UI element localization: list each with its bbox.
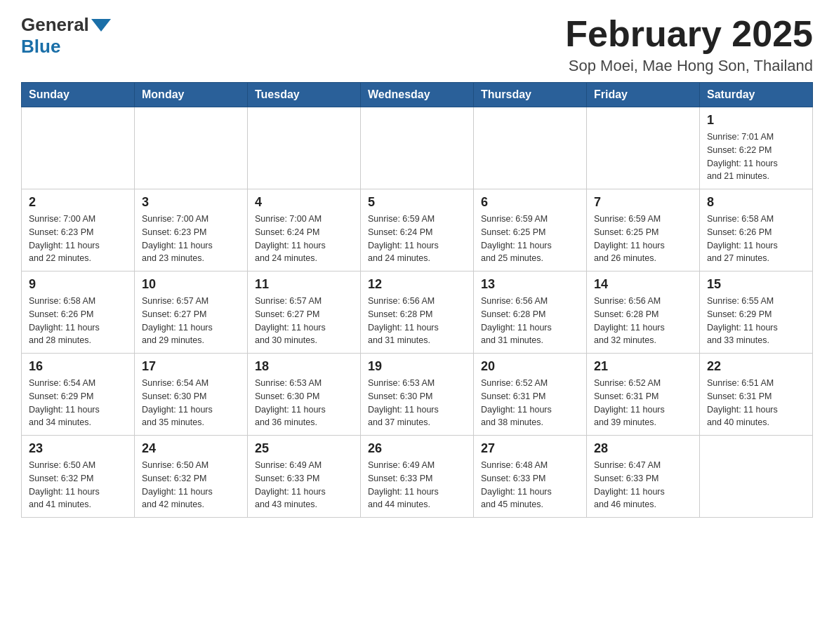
day-info: Sunrise: 6:49 AMSunset: 6:33 PMDaylight:…	[368, 459, 466, 511]
day-info: Sunrise: 6:48 AMSunset: 6:33 PMDaylight:…	[481, 459, 579, 511]
calendar-cell: 4Sunrise: 7:00 AMSunset: 6:24 PMDaylight…	[248, 189, 361, 271]
day-info: Sunrise: 6:54 AMSunset: 6:29 PMDaylight:…	[29, 377, 127, 429]
page-header: General Blue February 2025 Sop Moei, Mae…	[21, 14, 813, 75]
day-number: 6	[481, 195, 579, 210]
calendar-cell: 18Sunrise: 6:53 AMSunset: 6:30 PMDayligh…	[248, 354, 361, 436]
header-thursday: Thursday	[474, 83, 587, 107]
header-tuesday: Tuesday	[248, 83, 361, 107]
calendar-cell: 20Sunrise: 6:52 AMSunset: 6:31 PMDayligh…	[474, 354, 587, 436]
day-number: 26	[368, 441, 466, 456]
location-subtitle: Sop Moei, Mae Hong Son, Thailand	[565, 57, 813, 75]
calendar-cell: 22Sunrise: 6:51 AMSunset: 6:31 PMDayligh…	[700, 354, 813, 436]
day-number: 2	[29, 195, 127, 210]
day-info: Sunrise: 7:01 AMSunset: 6:22 PMDaylight:…	[707, 130, 805, 183]
calendar-cell: 23Sunrise: 6:50 AMSunset: 6:32 PMDayligh…	[22, 436, 135, 518]
day-info: Sunrise: 6:52 AMSunset: 6:31 PMDaylight:…	[481, 377, 579, 429]
day-info: Sunrise: 6:47 AMSunset: 6:33 PMDaylight:…	[594, 459, 692, 511]
day-number: 8	[707, 195, 805, 210]
calendar-cell: 10Sunrise: 6:57 AMSunset: 6:27 PMDayligh…	[135, 271, 248, 354]
day-info: Sunrise: 6:56 AMSunset: 6:28 PMDaylight:…	[368, 295, 466, 347]
day-number: 23	[29, 441, 127, 456]
calendar-cell: 13Sunrise: 6:56 AMSunset: 6:28 PMDayligh…	[474, 271, 587, 354]
day-number: 10	[142, 277, 240, 292]
title-area: February 2025 Sop Moei, Mae Hong Son, Th…	[565, 14, 813, 75]
day-info: Sunrise: 6:50 AMSunset: 6:32 PMDaylight:…	[142, 459, 240, 511]
day-number: 5	[368, 195, 466, 210]
calendar-cell	[248, 107, 361, 189]
calendar-cell	[361, 107, 474, 189]
day-info: Sunrise: 6:53 AMSunset: 6:30 PMDaylight:…	[368, 377, 466, 429]
calendar-cell: 17Sunrise: 6:54 AMSunset: 6:30 PMDayligh…	[135, 354, 248, 436]
calendar-cell: 9Sunrise: 6:58 AMSunset: 6:26 PMDaylight…	[22, 271, 135, 354]
day-number: 12	[368, 277, 466, 292]
calendar-cell	[474, 107, 587, 189]
day-number: 14	[594, 277, 692, 292]
calendar-cell	[700, 436, 813, 518]
day-number: 16	[29, 359, 127, 374]
calendar-cell: 16Sunrise: 6:54 AMSunset: 6:29 PMDayligh…	[22, 354, 135, 436]
day-number: 1	[707, 113, 805, 128]
day-info: Sunrise: 7:00 AMSunset: 6:23 PMDaylight:…	[142, 213, 240, 265]
day-number: 13	[481, 277, 579, 292]
day-info: Sunrise: 6:50 AMSunset: 6:32 PMDaylight:…	[29, 459, 127, 511]
calendar-cell: 1Sunrise: 7:01 AMSunset: 6:22 PMDaylight…	[700, 107, 813, 189]
day-info: Sunrise: 6:51 AMSunset: 6:31 PMDaylight:…	[707, 377, 805, 429]
day-number: 17	[142, 359, 240, 374]
calendar-cell: 25Sunrise: 6:49 AMSunset: 6:33 PMDayligh…	[248, 436, 361, 518]
week-row-5: 23Sunrise: 6:50 AMSunset: 6:32 PMDayligh…	[22, 436, 813, 518]
day-number: 21	[594, 359, 692, 374]
calendar-cell: 2Sunrise: 7:00 AMSunset: 6:23 PMDaylight…	[22, 189, 135, 271]
day-number: 20	[481, 359, 579, 374]
day-number: 25	[255, 441, 353, 456]
calendar-cell: 21Sunrise: 6:52 AMSunset: 6:31 PMDayligh…	[587, 354, 700, 436]
day-number: 9	[29, 277, 127, 292]
day-info: Sunrise: 6:49 AMSunset: 6:33 PMDaylight:…	[255, 459, 353, 511]
header-saturday: Saturday	[700, 83, 813, 107]
day-info: Sunrise: 6:56 AMSunset: 6:28 PMDaylight:…	[481, 295, 579, 347]
day-info: Sunrise: 7:00 AMSunset: 6:23 PMDaylight:…	[29, 213, 127, 265]
calendar-cell: 5Sunrise: 6:59 AMSunset: 6:24 PMDaylight…	[361, 189, 474, 271]
logo-triangle-icon	[91, 19, 111, 32]
day-info: Sunrise: 6:57 AMSunset: 6:27 PMDaylight:…	[255, 295, 353, 347]
calendar-cell: 26Sunrise: 6:49 AMSunset: 6:33 PMDayligh…	[361, 436, 474, 518]
day-number: 28	[594, 441, 692, 456]
day-info: Sunrise: 6:55 AMSunset: 6:29 PMDaylight:…	[707, 295, 805, 347]
day-number: 11	[255, 277, 353, 292]
header-friday: Friday	[587, 83, 700, 107]
logo: General Blue	[21, 14, 113, 58]
calendar-cell: 3Sunrise: 7:00 AMSunset: 6:23 PMDaylight…	[135, 189, 248, 271]
logo-blue-text: Blue	[21, 36, 60, 57]
calendar-cell	[22, 107, 135, 189]
calendar-cell: 27Sunrise: 6:48 AMSunset: 6:33 PMDayligh…	[474, 436, 587, 518]
day-info: Sunrise: 6:59 AMSunset: 6:25 PMDaylight:…	[594, 213, 692, 265]
day-number: 15	[707, 277, 805, 292]
day-info: Sunrise: 6:58 AMSunset: 6:26 PMDaylight:…	[707, 213, 805, 265]
calendar-cell: 14Sunrise: 6:56 AMSunset: 6:28 PMDayligh…	[587, 271, 700, 354]
calendar-cell: 6Sunrise: 6:59 AMSunset: 6:25 PMDaylight…	[474, 189, 587, 271]
day-info: Sunrise: 6:57 AMSunset: 6:27 PMDaylight:…	[142, 295, 240, 347]
day-info: Sunrise: 6:59 AMSunset: 6:24 PMDaylight:…	[368, 213, 466, 265]
calendar-cell: 28Sunrise: 6:47 AMSunset: 6:33 PMDayligh…	[587, 436, 700, 518]
day-info: Sunrise: 6:58 AMSunset: 6:26 PMDaylight:…	[29, 295, 127, 347]
day-info: Sunrise: 6:59 AMSunset: 6:25 PMDaylight:…	[481, 213, 579, 265]
header-monday: Monday	[135, 83, 248, 107]
day-number: 19	[368, 359, 466, 374]
calendar-cell	[135, 107, 248, 189]
calendar-cell: 11Sunrise: 6:57 AMSunset: 6:27 PMDayligh…	[248, 271, 361, 354]
day-info: Sunrise: 7:00 AMSunset: 6:24 PMDaylight:…	[255, 213, 353, 265]
day-info: Sunrise: 6:52 AMSunset: 6:31 PMDaylight:…	[594, 377, 692, 429]
week-row-4: 16Sunrise: 6:54 AMSunset: 6:29 PMDayligh…	[22, 354, 813, 436]
header-sunday: Sunday	[22, 83, 135, 107]
calendar-cell: 8Sunrise: 6:58 AMSunset: 6:26 PMDaylight…	[700, 189, 813, 271]
day-number: 22	[707, 359, 805, 374]
day-number: 24	[142, 441, 240, 456]
day-info: Sunrise: 6:53 AMSunset: 6:30 PMDaylight:…	[255, 377, 353, 429]
calendar-cell: 19Sunrise: 6:53 AMSunset: 6:30 PMDayligh…	[361, 354, 474, 436]
day-number: 3	[142, 195, 240, 210]
day-info: Sunrise: 6:56 AMSunset: 6:28 PMDaylight:…	[594, 295, 692, 347]
logo-general-text: General	[21, 14, 89, 36]
calendar-body: 1Sunrise: 7:01 AMSunset: 6:22 PMDaylight…	[22, 107, 813, 518]
calendar-cell: 7Sunrise: 6:59 AMSunset: 6:25 PMDaylight…	[587, 189, 700, 271]
weekday-header-row: Sunday Monday Tuesday Wednesday Thursday…	[22, 83, 813, 107]
calendar-cell: 24Sunrise: 6:50 AMSunset: 6:32 PMDayligh…	[135, 436, 248, 518]
